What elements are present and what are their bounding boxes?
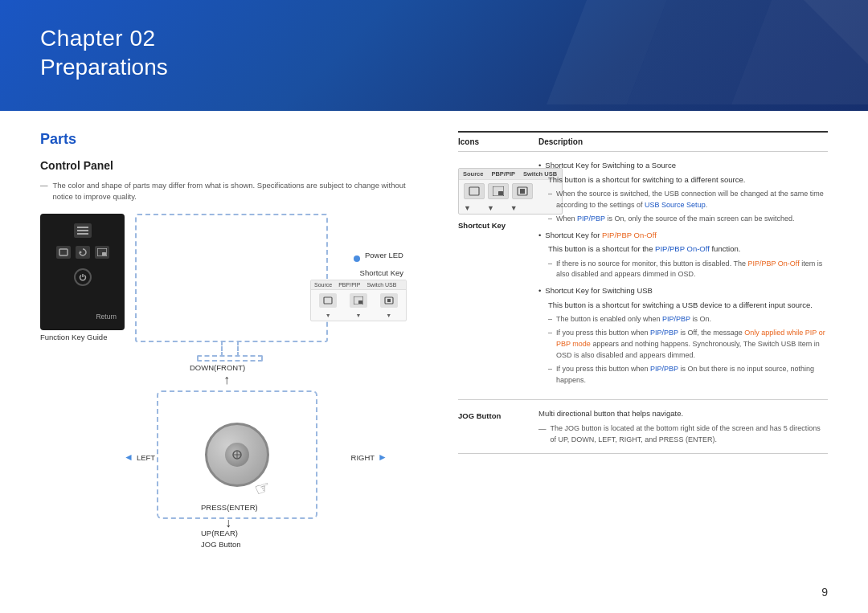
jog-note-dash: —: [538, 423, 547, 445]
jog-button-label: JOG Button: [201, 540, 241, 549]
sk-header-pbp: PBP/PIP: [338, 282, 360, 288]
func-icon-menu: [74, 223, 92, 238]
bullet-dot-1: •: [538, 160, 541, 172]
page-title: Preparations: [40, 53, 828, 82]
func-icon-rotate: [76, 246, 90, 259]
right-arrow-icon: ►: [378, 452, 387, 463]
sk-tbl-pbp: PBP/PIP: [491, 170, 515, 178]
sub-text-1a: When the source is switched, the USB con…: [556, 189, 828, 211]
bullet-switching-usb: • Shortcut Key for Switching USB This bu…: [538, 285, 828, 386]
return-label: Return: [48, 313, 117, 321]
sk-btn-2: [350, 293, 367, 308]
left-direction-label: ◄ LEFT: [124, 452, 155, 463]
sk-tbl-arrow-1: ▼: [464, 204, 471, 212]
note-content: The color and shape of parts may differ …: [53, 180, 427, 203]
bullet-detail-3: This button is a shortcut for switching …: [548, 300, 828, 311]
sub-item-3b: – If you press this button when PIP/PBP …: [548, 328, 828, 362]
sk-tbl-btn-2: [488, 183, 509, 199]
bullet-main-2: • Shortcut Key for PIP/PBP On-Off: [538, 230, 828, 242]
svg-rect-19: [520, 189, 525, 194]
bullet-main-1: • Shortcut Key for Switching to a Source: [538, 160, 828, 172]
func-icon-source: [56, 246, 71, 259]
page-header: Chapter 02 Preparations: [0, 0, 868, 111]
sub-item-1b: – When PIP/PBP is On, only the source of…: [548, 214, 828, 225]
func-power-button: [74, 268, 92, 286]
table-row-shortcut: Source PBP/PIP Switch USB: [458, 152, 828, 400]
jog-main-desc: Multi directional button that helps navi…: [538, 408, 828, 419]
func-key-middle-row: [56, 246, 109, 259]
jog-note-text: The JOG button is located at the bottom …: [551, 423, 829, 445]
page-number: 9: [821, 586, 828, 599]
sk-tbl-btn-1: [464, 183, 485, 199]
sk-tbl-btn-3: [512, 183, 533, 199]
func-key-top-row: [74, 223, 92, 238]
sub-dash-3c: –: [548, 364, 552, 386]
right-text: RIGHT: [351, 453, 375, 462]
func-icon-pip: [95, 246, 109, 259]
sub-item-1a: – When the source is switched, the USB c…: [548, 189, 828, 211]
up-rear-label: UP(REAR): [201, 529, 238, 537]
sk-header-usb: Switch USB: [366, 282, 396, 288]
sub-dash-1a: –: [548, 189, 552, 211]
jog-desc-cell: Multi directional button that helps navi…: [538, 408, 828, 445]
svg-rect-6: [102, 252, 106, 255]
sub-text-2a: If there is no source for monitor, this …: [556, 259, 828, 281]
section-title: Parts: [40, 131, 426, 148]
sub-item-3a: – The button is enabled only when PIP/PB…: [548, 314, 828, 325]
bullet-text-1: Shortcut Key for Switching to a Source: [545, 160, 676, 172]
left-panel: Parts Control Panel — The color and shap…: [40, 131, 426, 528]
main-content: Parts Control Panel — The color and shap…: [0, 111, 868, 544]
power-led-indicator: [354, 255, 360, 262]
jog-area: ☞: [157, 390, 317, 519]
subsection-title: Control Panel: [40, 159, 426, 172]
bullet-detail-1: This button is a shortcut for switching …: [548, 174, 828, 186]
left-arrow-icon: ◄: [124, 452, 133, 463]
sk-tbl-arrow-2: ▼: [487, 204, 494, 212]
svg-rect-2: [77, 233, 88, 235]
sub-dash-3a: –: [548, 314, 552, 325]
jog-center: [225, 443, 249, 467]
table-header: Icons Description: [458, 133, 828, 152]
note-text: — The color and shape of parts may diffe…: [40, 180, 426, 203]
svg-rect-17: [498, 191, 503, 195]
finger-icon: ☞: [252, 476, 274, 501]
shortcut-key-image: Source PBP/PIP Switch USB: [310, 280, 407, 321]
monitor-neck: [221, 341, 239, 357]
col-icons-header: Icons: [458, 137, 538, 146]
svg-rect-15: [469, 187, 479, 195]
sub-dash-1b: –: [548, 214, 552, 225]
sub-text-3b: If you press this button when PIP/PBP is…: [556, 328, 828, 362]
shortcut-key-mini-panel: Source PBP/PIP Switch USB: [310, 280, 407, 321]
sk-btn-1: [319, 293, 337, 308]
sk-header: Source PBP/PIP Switch USB: [311, 280, 406, 290]
function-key-panel: Return: [40, 214, 125, 330]
shortcut-key-desc-cell: • Shortcut Key for Switching to a Source…: [538, 160, 828, 391]
shortcut-key-cell-label: Shortcut Key: [458, 221, 538, 230]
control-panel-diagram: Return Function Key Guide Power LED Shor…: [40, 214, 410, 527]
monitor-outline: [135, 214, 328, 342]
sk-arrows: ▼ ▼ ▼: [311, 311, 406, 320]
svg-rect-9: [358, 300, 362, 304]
power-led-label: Power LED: [365, 251, 403, 260]
svg-rect-0: [77, 227, 88, 228]
sub-dash-2a: –: [548, 259, 552, 281]
svg-marker-4: [80, 251, 82, 254]
sk-tbl-source: Source: [463, 170, 483, 178]
note-dash: —: [40, 180, 48, 203]
svg-rect-11: [387, 299, 391, 302]
svg-rect-7: [324, 297, 332, 304]
bullet-switching-source: • Shortcut Key for Switching to a Source…: [538, 160, 828, 225]
sub-item-2a: – If there is no source for monitor, thi…: [548, 259, 828, 281]
bullet-text-3: Shortcut Key for Switching USB: [545, 285, 653, 297]
sk-tbl-arrow-3: ▼: [510, 204, 518, 212]
power-led-dot: [354, 255, 360, 262]
chapter-label: Chapter 02: [40, 24, 828, 53]
sub-item-3c: – If you press this button when PIP/PBP …: [548, 364, 828, 386]
press-enter-label: PRESS(ENTER): [201, 503, 258, 512]
table-row-jog: JOG Button Multi directional button that…: [458, 400, 828, 454]
down-arrow-icon: ↑: [223, 373, 230, 387]
sk-table-container: Source PBP/PIP Switch USB: [458, 168, 538, 215]
right-panel: Icons Description Source PBP/PIP Switch …: [458, 131, 828, 528]
jog-button-cell-label: JOG Button: [458, 410, 538, 420]
svg-rect-3: [59, 249, 68, 255]
